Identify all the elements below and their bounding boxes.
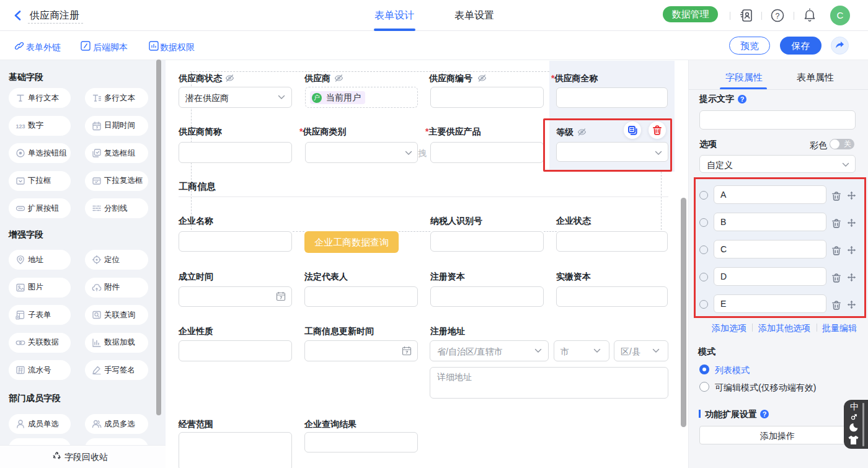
svg-text:123: 123	[16, 123, 25, 129]
svg-text:?: ?	[776, 12, 780, 20]
